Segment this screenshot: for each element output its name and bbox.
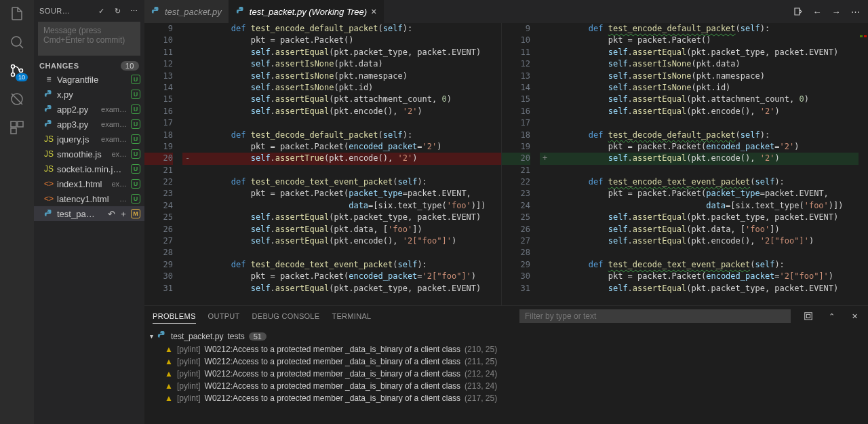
code-line[interactable]: self.assertEqual(pkt.encode(), '2["foo"]…: [540, 235, 859, 247]
code-line[interactable]: self.assertEqual(pkt.packet_type, packet…: [540, 212, 859, 223]
code-line[interactable]: [182, 165, 501, 176]
file-row[interactable]: JSsmoothie.jsex…U: [34, 147, 144, 161]
code-line[interactable]: pkt = packet.Packet(encoded_packet='2'): [182, 141, 501, 153]
file-row[interactable]: app2.pyexam…U: [34, 102, 144, 117]
code-line[interactable]: pkt = packet.Packet(encoded_packet='2["f…: [540, 271, 859, 282]
code-line[interactable]: self.assertEqual(pkt.packet_type, packet…: [182, 47, 501, 58]
code-line[interactable]: self.assertEqual(pkt.packet_type, packet…: [540, 47, 859, 58]
more-tab-icon[interactable]: ⋯: [849, 5, 861, 18]
code-line[interactable]: def test_decode_text_event_packet(self):: [540, 259, 859, 271]
file-list: ≡VagrantfileUx.pyUapp2.pyexam…Uapp3.pyex…: [34, 72, 144, 424]
code-line[interactable]: self.assertEqual(pkt.data, ['foo']): [540, 224, 859, 235]
file-row[interactable]: test_pa…↶+M: [34, 206, 144, 221]
discard-icon[interactable]: ↶: [106, 209, 116, 218]
next-icon[interactable]: →: [830, 5, 842, 18]
code-line[interactable]: [540, 247, 859, 258]
file-row[interactable]: JSsocket.io.min.j…U: [34, 161, 144, 176]
code-line[interactable]: + self.assertEqual(pkt.encode(), '2'): [540, 153, 859, 164]
editor-tab[interactable]: test_packet.py (Working Tree)×: [229, 0, 384, 23]
problem-message: W0212:Access to a protected member _data…: [205, 369, 461, 379]
code-line[interactable]: self.assertEqual(pkt.encode(), '2'): [182, 106, 501, 117]
code-line[interactable]: [182, 117, 501, 129]
problem-item[interactable]: ▲[pylint]W0212:Access to a protected mem…: [144, 355, 868, 368]
code-line[interactable]: - self.assertTrue(pkt.encode(), '2'): [182, 153, 501, 164]
problem-source: [pylint]: [177, 393, 201, 403]
chevron-up-icon[interactable]: ⌃: [826, 311, 837, 322]
code-line[interactable]: pkt = packet.Packet(): [182, 35, 501, 46]
tab-terminal[interactable]: TERMINAL: [332, 312, 371, 320]
stage-icon[interactable]: +: [119, 209, 128, 218]
code-line[interactable]: pkt = packet.Packet(packet_type=packet.E…: [540, 188, 859, 199]
overview-ruler[interactable]: [859, 23, 868, 305]
code-line[interactable]: data=[six.text_type('foo')]): [540, 200, 859, 212]
commit-message-input[interactable]: [38, 22, 140, 56]
code-line[interactable]: self.assertIsNone(pkt.namespace): [182, 71, 501, 82]
file-row[interactable]: JSjquery.jsexam…U: [34, 132, 144, 147]
code-line[interactable]: def test_encode_text_event_packet(self):: [182, 176, 501, 188]
extensions-icon[interactable]: [9, 119, 25, 136]
code-line[interactable]: def test_encode_default_packet(self):: [182, 23, 501, 35]
code-line[interactable]: self.assertEqual(pkt.data, ['foo']): [182, 224, 501, 235]
code-line[interactable]: self.assertEqual(pkt.attachment_count, 0…: [540, 94, 859, 105]
more-icon[interactable]: ⋯: [128, 5, 139, 16]
code-line[interactable]: self.assertIsNone(pkt.namespace): [540, 71, 859, 82]
code-line[interactable]: [540, 165, 859, 176]
code-line[interactable]: data=[six.text_type('foo')]): [182, 200, 501, 212]
file-row[interactable]: ≡VagrantfileU: [34, 72, 144, 87]
problem-file[interactable]: ▾test_packet.pytests51: [144, 329, 868, 343]
code-line[interactable]: self.assertIsNone(pkt.id): [540, 82, 859, 94]
code-line[interactable]: def test_decode_text_event_packet(self):: [182, 259, 501, 271]
code-line[interactable]: def test_decode_default_packet(self):: [182, 130, 501, 141]
problem-item[interactable]: ▲[pylint]W0212:Access to a protected mem…: [144, 380, 868, 392]
code-line[interactable]: def test_encode_text_event_packet(self):: [540, 176, 859, 188]
editor-tab[interactable]: test_packet.py: [144, 0, 229, 23]
problem-item[interactable]: ▲[pylint]W0212:Access to a protected mem…: [144, 368, 868, 380]
code-line[interactable]: [540, 117, 859, 129]
code-line[interactable]: self.assertIsNone(pkt.id): [182, 82, 501, 94]
problem-source: [pylint]: [177, 369, 201, 379]
filter-input[interactable]: [519, 309, 791, 323]
file-status: U: [131, 75, 140, 84]
code-line[interactable]: def test_encode_default_packet(self):: [540, 23, 859, 35]
file-row[interactable]: <>latency1.html…U: [34, 191, 144, 206]
svg-point-1: [12, 65, 15, 69]
tab-debug-console[interactable]: DEBUG CONSOLE: [252, 312, 320, 320]
left-pane[interactable]: 9101112131415161718192021222324252627282…: [144, 23, 501, 305]
code-line[interactable]: pkt = packet.Packet(packet_type=packet.E…: [182, 188, 501, 199]
refresh-icon[interactable]: ↻: [112, 5, 123, 16]
code-line[interactable]: self.assertEqual(pkt.attachment_count, 0…: [182, 94, 501, 105]
file-path: ex…: [111, 150, 127, 158]
code-line[interactable]: self.assertEqual(pkt.packet_type, packet…: [182, 283, 501, 294]
tab-output[interactable]: OUTPUT: [208, 312, 240, 320]
close-tab-icon[interactable]: ×: [371, 6, 376, 17]
prev-icon[interactable]: ←: [811, 5, 823, 18]
commit-icon[interactable]: ✓: [96, 5, 106, 16]
code-line[interactable]: self.assertEqual(pkt.encode(), '2'): [540, 106, 859, 117]
file-row[interactable]: x.pyU: [34, 87, 144, 102]
close-panel-icon[interactable]: ✕: [849, 311, 860, 322]
collapse-icon[interactable]: [803, 311, 814, 322]
code-line[interactable]: pkt = packet.Packet(): [540, 35, 859, 46]
files-icon[interactable]: [9, 5, 25, 22]
code-line[interactable]: self.assertEqual(pkt.packet_type, packet…: [540, 283, 859, 294]
code-line[interactable]: self.assertIsNone(pkt.data): [182, 58, 501, 70]
problem-item[interactable]: ▲[pylint]W0212:Access to a protected mem…: [144, 392, 868, 404]
code-line[interactable]: def test_decode_default_packet(self):: [540, 130, 859, 141]
changes-header[interactable]: CHANGES 10: [34, 60, 144, 72]
code-line[interactable]: pkt = packet.Packet(encoded_packet='2'): [540, 141, 859, 153]
problem-item[interactable]: ▲[pylint]W0212:Access to a protected mem…: [144, 343, 868, 355]
file-row[interactable]: <>index1.htmlex…U: [34, 176, 144, 191]
open-changes-icon[interactable]: [792, 5, 804, 18]
code-line[interactable]: self.assertIsNone(pkt.data): [540, 58, 859, 70]
search-icon[interactable]: [9, 34, 25, 50]
tab-problems[interactable]: PROBLEMS: [153, 312, 196, 324]
python-icon: [151, 6, 161, 18]
scm-icon[interactable]: 10: [9, 62, 25, 79]
right-pane[interactable]: 9101112131415161718192021222324252627282…: [502, 23, 859, 305]
code-line[interactable]: self.assertEqual(pkt.packet_type, packet…: [182, 212, 501, 223]
code-line[interactable]: self.assertEqual(pkt.encode(), '2["foo"]…: [182, 235, 501, 247]
code-line[interactable]: pkt = packet.Packet(encoded_packet='2["f…: [182, 271, 501, 282]
code-line[interactable]: [182, 247, 501, 258]
debug-icon[interactable]: [9, 91, 25, 107]
file-row[interactable]: app3.pyexam…U: [34, 117, 144, 132]
